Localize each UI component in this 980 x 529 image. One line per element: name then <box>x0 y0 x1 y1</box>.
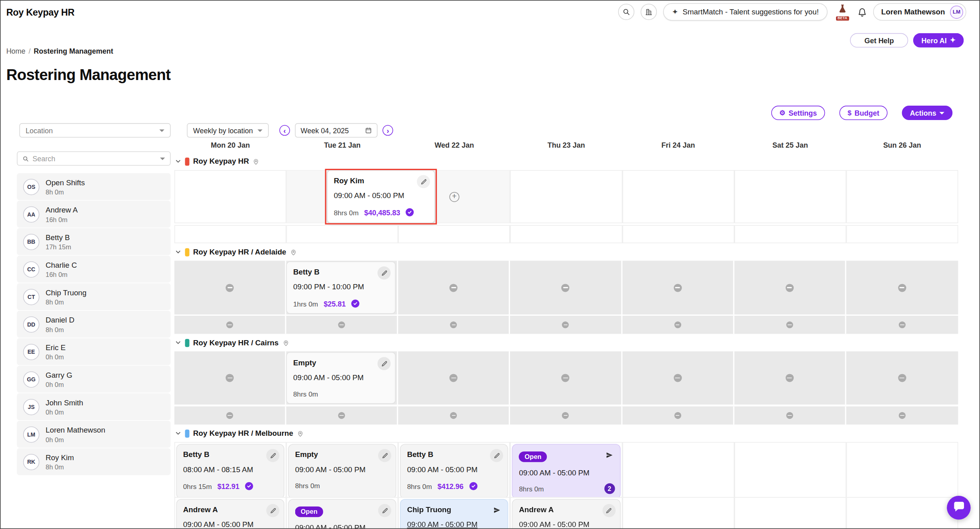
chevron-down-icon[interactable] <box>175 339 182 346</box>
shift-card[interactable]: Betty B09:00 AM - 05:00 PM8hrs 0m$412.96 <box>400 444 508 499</box>
empty-roster-cell[interactable] <box>174 170 286 223</box>
employee-list-item[interactable]: JSJohn Smith0h 0m <box>17 393 170 420</box>
shift-card[interactable]: Andrew A09:00 AM - 05:00 PM <box>512 499 620 529</box>
flask-icon <box>838 4 848 16</box>
send-icon[interactable] <box>602 448 616 462</box>
group-name: Roy Keypay HR / Cairns <box>193 338 279 347</box>
shift-card[interactable]: Andrew A09:00 AM - 05:00 PM <box>176 499 285 529</box>
smartmatch-button[interactable]: ✦ SmartMatch - Talent suggestions for yo… <box>663 3 828 21</box>
edit-pencil-icon[interactable] <box>266 504 280 517</box>
edit-pencil-icon[interactable] <box>602 504 616 517</box>
employee-search[interactable] <box>17 151 170 166</box>
shift-card[interactable]: Roy Kim09:00 AM - 05:00 PM8hrs 0m$40,485… <box>327 170 435 223</box>
edit-pencil-icon[interactable] <box>378 449 392 462</box>
unavailable-icon <box>898 374 906 382</box>
chevron-down-icon[interactable] <box>175 158 182 164</box>
notifications-bell-icon[interactable] <box>858 7 867 16</box>
shift-time: 09:00 PM - 10:00 PM <box>293 283 389 291</box>
employee-list-item[interactable]: OSOpen Shifts8h 0m <box>17 173 170 200</box>
hero-ai-button[interactable]: Hero AI ✦ <box>913 33 964 48</box>
shift-price: $412.96 <box>438 482 464 490</box>
empty-roster-cell[interactable] <box>846 225 958 243</box>
location-filter-select[interactable]: Location <box>19 123 170 138</box>
search-input[interactable] <box>32 155 156 162</box>
empty-roster-cell[interactable] <box>622 170 734 223</box>
chevron-down-icon[interactable] <box>175 249 182 255</box>
shift-time: 09:00 AM - 05:00 PM <box>183 520 278 529</box>
employee-list-item[interactable]: CCCharlie C16h 0m <box>17 256 170 283</box>
empty-roster-cell[interactable] <box>734 497 846 529</box>
app-window: Roy Keypay HR ✦ SmartMatch - Talent sugg… <box>0 0 980 529</box>
chevron-down-icon <box>939 112 944 114</box>
roster-group: Roy Keypay HR / CairnsEmpty09:00 AM - 05… <box>174 338 958 425</box>
edit-pencil-icon[interactable] <box>378 267 391 280</box>
shift-card[interactable]: Chip Truong09:00 AM - 05:00 PM <box>400 499 508 529</box>
shift-name: Roy Kim <box>334 176 428 185</box>
shift-card[interactable]: Betty B09:00 PM - 10:00 PM1hrs 0m$25.81 <box>286 261 396 314</box>
unavailable-icon <box>562 374 570 382</box>
empty-roster-cell[interactable] <box>846 170 958 223</box>
settings-button[interactable]: ⚙ Settings <box>771 106 825 120</box>
budget-button[interactable]: $ Budget <box>840 106 888 120</box>
next-week-button[interactable]: › <box>382 125 393 136</box>
shift-card[interactable]: Empty09:00 AM - 05:00 PM8hrs 0m <box>288 444 397 499</box>
edit-pencil-icon[interactable] <box>266 449 280 462</box>
week-picker[interactable]: Week 04, 2025 <box>295 123 378 138</box>
organization-button[interactable] <box>641 4 657 20</box>
empty-roster-cell[interactable] <box>734 170 846 223</box>
employee-list-item[interactable]: RKRoy Kim8h 0m <box>17 448 170 475</box>
empty-roster-cell[interactable] <box>398 225 510 243</box>
employee-list-item[interactable]: DDDaniel D8h 0m <box>17 311 170 338</box>
day-header: Fri 24 Jan <box>622 141 734 152</box>
location-filter-value: Location <box>26 126 53 134</box>
empty-roster-cell[interactable] <box>622 497 734 529</box>
add-shift-icon[interactable]: + <box>449 192 459 202</box>
employee-info: Betty B17h 15m <box>46 233 71 250</box>
empty-roster-cell[interactable] <box>174 225 286 243</box>
get-help-button[interactable]: Get Help <box>850 33 908 48</box>
shift-card[interactable]: Open09:00 AM - 05:00 PM <box>288 499 397 529</box>
roster-group: Roy Keypay HR+Roy Kim09:00 AM - 05:00 PM… <box>174 156 958 243</box>
chevron-down-icon[interactable] <box>175 430 182 437</box>
unavailable-icon <box>786 284 794 292</box>
empty-roster-cell[interactable] <box>846 497 958 529</box>
edit-pencil-icon[interactable] <box>378 504 392 517</box>
empty-roster-cell[interactable] <box>510 225 622 243</box>
employee-list-item[interactable]: LMLoren Mathewson0h 0m <box>17 421 170 448</box>
day-header: Sat 25 Jan <box>734 141 846 152</box>
previous-week-button[interactable]: ‹ <box>279 125 290 136</box>
shift-card[interactable]: Open09:00 AM - 05:00 PM8hrs 0m2 <box>512 444 620 499</box>
view-mode-select[interactable]: Weekly by location <box>187 123 269 138</box>
breadcrumb-home-link[interactable]: Home <box>6 48 26 55</box>
empty-roster-cell[interactable] <box>734 225 846 243</box>
empty-roster-cell[interactable] <box>734 442 846 501</box>
send-icon[interactable] <box>490 503 504 517</box>
day-header: Tue 21 Jan <box>286 141 398 152</box>
actions-button[interactable]: Actions <box>902 106 952 120</box>
beta-feature-button[interactable]: BETA <box>834 4 851 20</box>
employee-list-item[interactable]: EEEric E0h 0m <box>17 338 170 365</box>
employee-list-item[interactable]: BBBetty B17h 15m <box>17 228 170 255</box>
hero-ai-label: Hero AI <box>922 36 947 44</box>
employee-list-item[interactable]: AAAndrew A16h 0m <box>17 201 170 228</box>
employee-list-item[interactable]: GGGarry G0h 0m <box>17 366 170 393</box>
actions-label: Actions <box>910 109 936 117</box>
empty-roster-cell[interactable] <box>846 442 958 501</box>
empty-roster-cell[interactable] <box>510 170 622 223</box>
shift-card[interactable]: Empty09:00 AM - 05:00 PM8hrs 0m <box>286 352 396 404</box>
edit-pencil-icon[interactable] <box>490 449 504 462</box>
edit-pencil-icon[interactable] <box>417 175 430 188</box>
empty-roster-cell[interactable] <box>622 225 734 243</box>
empty-roster-cell[interactable] <box>286 225 398 243</box>
user-avatar: LM <box>950 5 963 18</box>
employee-list-item[interactable]: CTChip Truong8h 0m <box>17 283 170 310</box>
chat-widget-button[interactable] <box>947 496 970 519</box>
roster-row <box>174 407 958 425</box>
edit-pencil-icon[interactable] <box>378 357 391 370</box>
smartmatch-label: SmartMatch - Talent suggestions for you! <box>682 8 818 16</box>
empty-roster-cell[interactable] <box>622 442 734 501</box>
shift-card[interactable]: Betty B08:00 AM - 08:15 AM0hrs 15m$12.91 <box>176 444 285 499</box>
user-menu[interactable]: Loren Mathewson LM <box>873 3 966 21</box>
sparkle-icon: ✦ <box>950 37 956 44</box>
search-button[interactable] <box>618 4 634 20</box>
